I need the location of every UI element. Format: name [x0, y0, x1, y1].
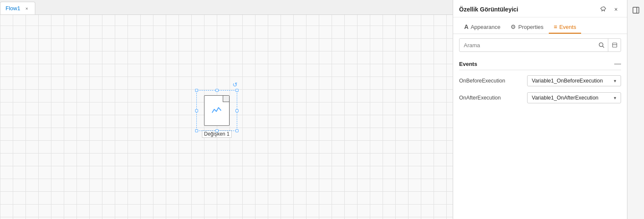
- pin-icon: [600, 6, 606, 12]
- right-panel: Özellik Görüntüleyici × A Appearance ⚙ P…: [453, 0, 627, 219]
- event-dropdown-1[interactable]: Variable1_OnAfterExecution ▾: [527, 92, 621, 103]
- node-wrapper[interactable]: ↺: [200, 94, 234, 128]
- tab-appearance[interactable]: A Appearance: [459, 21, 505, 34]
- node-icon[interactable]: [204, 95, 230, 126]
- node-svg-icon: [210, 104, 223, 117]
- tab-events-label: Events: [559, 24, 576, 30]
- svg-rect-2: [613, 43, 617, 47]
- handle-top-mid[interactable]: [216, 89, 218, 92]
- icon-strip: [627, 0, 644, 219]
- dropdown-arrow-0: ▾: [614, 78, 616, 84]
- handle-top-left[interactable]: [195, 89, 198, 92]
- canvas-area[interactable]: Flow1 × ↺: [0, 0, 453, 219]
- panel-title: Özellik Görüntüleyici: [459, 6, 518, 13]
- event-label-1: OnAfterExecution: [459, 95, 523, 101]
- svg-rect-4: [633, 7, 639, 13]
- handle-bot-left[interactable]: [195, 129, 198, 132]
- section-collapse-button[interactable]: —: [614, 60, 621, 67]
- section-title: Events: [459, 61, 477, 67]
- tab-properties-label: Properties: [518, 24, 543, 30]
- event-label-0: OnBeforeExecution: [459, 78, 523, 84]
- tab-bar: Flow1 ×: [0, 0, 453, 15]
- handle-top-right[interactable]: [235, 89, 238, 92]
- strip-panel-button[interactable]: [629, 3, 643, 17]
- collapse-icon: [612, 42, 618, 48]
- rotate-handle[interactable]: ↺: [233, 81, 238, 87]
- panel-actions: ×: [598, 4, 621, 14]
- tab-close-button[interactable]: ×: [24, 5, 30, 12]
- search-button[interactable]: [595, 39, 608, 51]
- canvas-content[interactable]: ↺ Değişken 1: [0, 15, 453, 219]
- handle-bot-mid[interactable]: [216, 129, 218, 132]
- collapse-search-button[interactable]: [608, 39, 621, 51]
- close-panel-button[interactable]: ×: [611, 4, 621, 14]
- svg-line-1: [603, 46, 604, 48]
- tab-events[interactable]: ≡ Events: [549, 21, 582, 34]
- event-dropdown-value-0: Variable1_OnBeforeExecution: [532, 78, 603, 84]
- handle-bot-right[interactable]: [235, 129, 238, 132]
- tab-appearance-label: Appearance: [471, 24, 500, 30]
- search-bar: [459, 38, 621, 52]
- handle-mid-right[interactable]: [235, 109, 238, 112]
- properties-icon: ⚙: [511, 23, 516, 30]
- events-icon: ≡: [554, 23, 557, 30]
- appearance-icon: A: [464, 23, 468, 30]
- panel-icon: [632, 6, 640, 14]
- section-header: Events —: [459, 58, 621, 70]
- handle-mid-left[interactable]: [195, 109, 198, 112]
- dropdown-arrow-1: ▾: [614, 95, 616, 101]
- tab-properties[interactable]: ⚙ Properties: [505, 21, 548, 34]
- event-dropdown-value-1: Variable1_OnAfterExecution: [532, 95, 599, 101]
- search-input[interactable]: [460, 40, 595, 51]
- event-dropdown-0[interactable]: Variable1_OnBeforeExecution ▾: [527, 75, 621, 86]
- svg-point-0: [599, 43, 603, 47]
- node-container[interactable]: ↺ Değişken 1: [200, 94, 234, 138]
- flow-tab[interactable]: Flow1 ×: [0, 2, 35, 14]
- event-row-1: OnAfterExecution Variable1_OnAfterExecut…: [459, 92, 621, 103]
- panel-header: Özellik Görüntüleyici ×: [453, 0, 627, 17]
- tab-title: Flow1: [6, 5, 20, 11]
- pin-button[interactable]: [598, 4, 608, 14]
- event-row-0: OnBeforeExecution Variable1_OnBeforeExec…: [459, 75, 621, 86]
- search-icon: [599, 42, 604, 48]
- events-section: Events — OnBeforeExecution Variable1_OnB…: [453, 54, 627, 113]
- panel-tabs: A Appearance ⚙ Properties ≡ Events: [453, 17, 627, 34]
